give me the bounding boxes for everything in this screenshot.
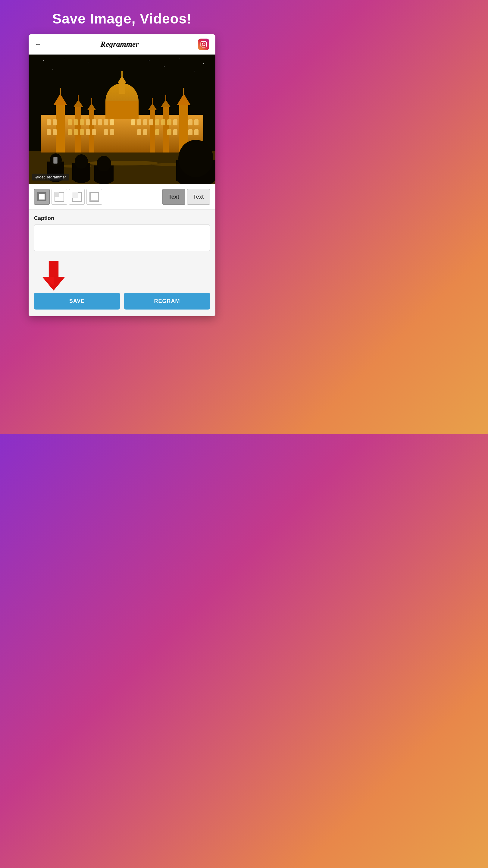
svg-point-3	[205, 41, 206, 42]
text-button-2[interactable]: Text	[187, 189, 210, 205]
svg-rect-47	[74, 119, 78, 125]
svg-rect-23	[119, 82, 125, 94]
caption-textarea[interactable]	[34, 224, 210, 251]
bottom-section: SAVE REGRAM	[29, 256, 216, 316]
svg-point-10	[179, 58, 180, 59]
svg-point-5	[43, 60, 44, 61]
svg-rect-48	[80, 119, 84, 125]
svg-rect-75	[155, 129, 159, 135]
frame-button-2[interactable]	[52, 189, 67, 205]
svg-rect-31	[183, 88, 184, 95]
svg-marker-104	[42, 277, 54, 285]
svg-rect-40	[165, 95, 166, 101]
svg-rect-95	[39, 194, 44, 199]
svg-rect-79	[194, 129, 198, 135]
svg-point-14	[194, 71, 195, 71]
action-buttons: SAVE REGRAM	[34, 293, 210, 310]
instagram-icon[interactable]	[198, 38, 209, 50]
svg-point-7	[89, 62, 89, 62]
svg-rect-0	[198, 38, 209, 50]
svg-rect-61	[173, 119, 177, 125]
svg-point-93	[178, 140, 213, 177]
red-arrow-icon	[40, 259, 67, 291]
svg-point-6	[64, 59, 65, 59]
svg-rect-72	[110, 129, 114, 135]
controls-row: Text Text	[29, 184, 216, 210]
svg-rect-43	[152, 98, 153, 104]
svg-rect-64	[47, 129, 51, 135]
svg-rect-41	[150, 109, 155, 153]
text-options: Text Text	[162, 189, 210, 205]
post-image: @get_regrammer	[29, 55, 216, 184]
svg-rect-76	[167, 129, 171, 135]
svg-point-16	[86, 161, 158, 165]
svg-rect-74	[143, 129, 147, 135]
svg-rect-60	[167, 119, 171, 125]
svg-rect-20	[41, 115, 203, 153]
svg-rect-102	[49, 261, 59, 277]
svg-rect-58	[155, 119, 159, 125]
svg-rect-70	[92, 129, 96, 135]
svg-rect-67	[74, 129, 78, 135]
svg-point-9	[149, 60, 150, 61]
frame-options	[34, 189, 159, 205]
svg-rect-100	[90, 192, 99, 201]
back-button[interactable]: ←	[35, 40, 41, 48]
svg-rect-22	[105, 101, 138, 119]
svg-rect-77	[173, 129, 177, 135]
caption-section: Caption	[29, 210, 216, 256]
svg-rect-26	[56, 103, 65, 153]
svg-rect-45	[53, 119, 57, 125]
frame-button-3[interactable]	[69, 189, 85, 205]
svg-rect-62	[188, 119, 193, 125]
svg-point-11	[203, 63, 204, 64]
svg-rect-46	[68, 119, 72, 125]
svg-rect-73	[137, 129, 141, 135]
svg-rect-65	[53, 129, 57, 135]
svg-rect-78	[188, 129, 193, 135]
arrow-container	[34, 259, 210, 293]
regram-button[interactable]: REGRAM	[124, 293, 210, 310]
svg-rect-52	[104, 119, 108, 125]
svg-rect-38	[163, 106, 169, 153]
svg-point-8	[119, 57, 119, 58]
frame-button-4[interactable]	[87, 189, 102, 205]
frame-button-1[interactable]	[34, 189, 50, 205]
page-title: Save Image, Videos!	[0, 0, 244, 34]
svg-rect-101	[90, 193, 98, 201]
svg-rect-49	[86, 119, 90, 125]
svg-rect-37	[91, 98, 92, 104]
svg-rect-56	[143, 119, 147, 125]
svg-rect-66	[68, 129, 72, 135]
svg-rect-68	[80, 129, 84, 135]
save-button[interactable]: SAVE	[34, 293, 120, 310]
app-bar: ← Regrammer	[29, 34, 216, 55]
svg-rect-63	[194, 119, 198, 125]
svg-point-12	[53, 69, 53, 70]
svg-point-13	[164, 66, 164, 67]
svg-point-87	[75, 154, 88, 169]
phone-card: ← Regrammer	[29, 34, 216, 316]
svg-rect-44	[47, 119, 51, 125]
svg-rect-50	[92, 119, 96, 125]
svg-rect-71	[104, 129, 108, 135]
svg-point-90	[97, 156, 111, 172]
svg-rect-34	[78, 95, 79, 101]
svg-rect-25	[121, 71, 123, 77]
svg-rect-57	[149, 119, 153, 125]
svg-rect-69	[86, 129, 90, 135]
svg-rect-54	[131, 119, 135, 125]
image-watermark: @get_regrammer	[32, 174, 69, 181]
svg-rect-32	[75, 106, 82, 153]
svg-rect-53	[110, 119, 114, 125]
caption-label: Caption	[34, 215, 210, 221]
app-name: Regrammer	[100, 40, 138, 49]
svg-rect-99	[72, 192, 78, 198]
svg-rect-28	[60, 88, 61, 95]
svg-rect-51	[98, 119, 102, 125]
svg-rect-84	[54, 157, 57, 163]
svg-rect-59	[161, 119, 165, 125]
svg-rect-97	[55, 192, 59, 197]
text-button-1[interactable]: Text	[162, 189, 185, 205]
svg-rect-55	[137, 119, 141, 125]
